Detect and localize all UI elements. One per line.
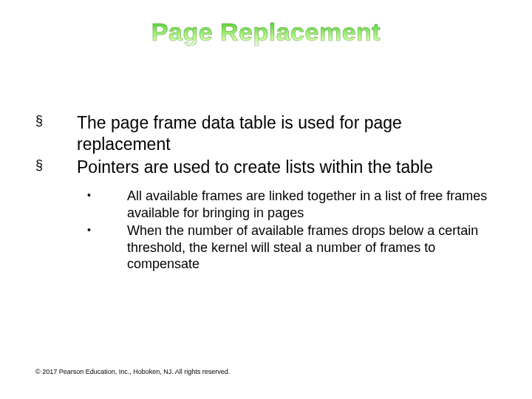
list-item: § Pointers are used to create lists with… bbox=[35, 157, 497, 178]
slide: Page Replacement § The page frame data t… bbox=[0, 0, 532, 399]
slide-body: § The page frame data table is used for … bbox=[35, 112, 497, 274]
bullet-marker: § bbox=[35, 112, 77, 129]
bullet-list-level2: • All available frames are linked togeth… bbox=[87, 188, 497, 273]
list-item: • All available frames are linked togeth… bbox=[87, 188, 497, 221]
bullet-list-level1: § The page frame data table is used for … bbox=[35, 112, 497, 177]
list-item: • When the number of available frames dr… bbox=[87, 222, 497, 273]
copyright-footer: © 2017 Pearson Education, Inc., Hoboken,… bbox=[35, 368, 230, 375]
list-item: § The page frame data table is used for … bbox=[35, 112, 497, 155]
bullet-marker: § bbox=[35, 157, 77, 174]
bullet-marker: • bbox=[87, 188, 127, 202]
bullet-text: All available frames are linked together… bbox=[127, 188, 497, 221]
slide-title: Page Replacement bbox=[0, 0, 532, 47]
bullet-marker: • bbox=[87, 222, 127, 237]
bullet-text: The page frame data table is used for pa… bbox=[77, 112, 497, 155]
bullet-text: Pointers are used to create lists within… bbox=[77, 157, 497, 178]
bullet-text: When the number of available frames drop… bbox=[127, 222, 497, 273]
